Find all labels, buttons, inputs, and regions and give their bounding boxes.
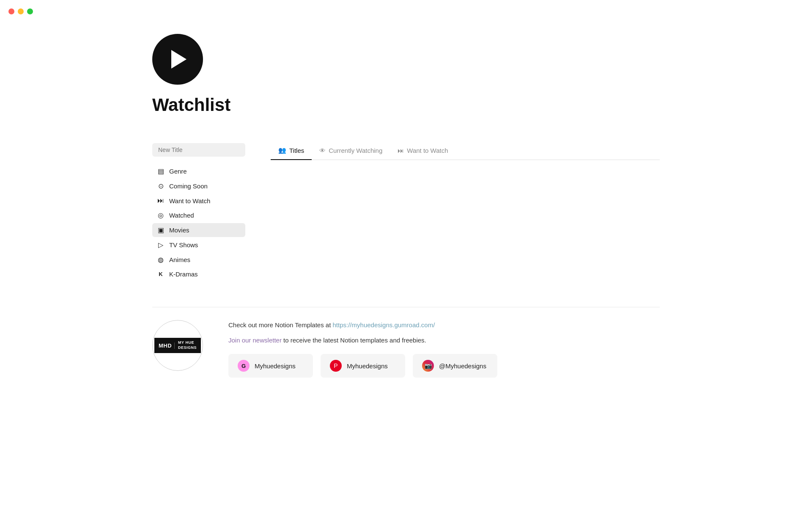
search-input[interactable]: [152, 143, 245, 157]
titles-tab-icon: 👥: [278, 146, 286, 154]
page-title: Watchlist: [152, 95, 660, 115]
sidebar-item-coming-soon-label: Coming Soon: [169, 182, 208, 190]
instagram-label: @Myhuedesigns: [439, 362, 486, 370]
newsletter-link[interactable]: Join our newsletter: [228, 337, 282, 344]
sidebar-item-tv-shows[interactable]: ▷ TV Shows: [152, 238, 245, 252]
footer-desc-prefix: Check out more Notion Templates at: [228, 321, 333, 329]
logo-inner: MHD MY HUEDESIGNS: [154, 338, 201, 353]
main-content: 👥 Titles 👁 Currently Watching ⏭ Want to …: [271, 143, 660, 257]
footer-social-row: G Myhuedesigns P Myhuedesigns 📷 @Myhuede…: [228, 354, 660, 378]
sidebar-item-coming-soon[interactable]: ⊙ Coming Soon: [152, 179, 245, 193]
footer-section: MHD MY HUEDESIGNS Check out more Notion …: [152, 307, 660, 378]
gumroad-link[interactable]: https://myhuedesigns.gumroad.com/: [333, 321, 435, 329]
sidebar-item-animes-label: Animes: [169, 256, 190, 263]
sidebar-item-genre-label: Genre: [169, 168, 187, 175]
footer-newsletter: Join our newsletter to receive the lates…: [228, 335, 660, 345]
currently-watching-tab-icon: 👁: [319, 147, 326, 154]
logo-mhd: MHD: [159, 342, 175, 349]
genre-icon: ▤: [156, 167, 165, 175]
app-container: Watchlist ▤ Genre ⊙ Coming Soon ⏭ Want t…: [110, 0, 702, 403]
want-to-watch-icon: ⏭: [156, 197, 165, 204]
play-icon: [171, 50, 187, 69]
sidebar-item-genre[interactable]: ▤ Genre: [152, 164, 245, 178]
tab-want-to-watch-label: Want to Watch: [407, 147, 448, 154]
watched-icon: ◎: [156, 211, 165, 219]
movies-icon: ▣: [156, 226, 165, 234]
pinterest-icon: P: [330, 360, 342, 372]
sidebar-item-movies-label: Movies: [169, 226, 189, 234]
tab-titles[interactable]: 👥 Titles: [271, 143, 312, 160]
body-layout: ▤ Genre ⊙ Coming Soon ⏭ Want to Watch ◎ …: [152, 143, 660, 282]
content-area: [271, 173, 660, 257]
tv-shows-icon: ▷: [156, 241, 165, 249]
sidebar-item-k-dramas-label: K-Dramas: [169, 271, 198, 278]
coming-soon-icon: ⊙: [156, 182, 165, 190]
animes-icon: ◍: [156, 256, 165, 264]
sidebar-item-want-to-watch[interactable]: ⏭ Want to Watch: [152, 194, 245, 207]
sidebar-item-k-dramas[interactable]: K K-Dramas: [152, 268, 245, 281]
sidebar-item-animes[interactable]: ◍ Animes: [152, 253, 245, 267]
gumroad-icon: G: [238, 360, 250, 372]
sidebar-item-want-to-watch-label: Want to Watch: [169, 197, 210, 204]
tab-currently-watching-label: Currently Watching: [329, 147, 382, 154]
close-button[interactable]: [8, 8, 14, 14]
footer-info: Check out more Notion Templates at https…: [228, 320, 660, 378]
footer-logo: MHD MY HUEDESIGNS: [152, 320, 203, 371]
instagram-icon: 📷: [422, 360, 434, 372]
maximize-button[interactable]: [27, 8, 33, 14]
minimize-button[interactable]: [18, 8, 24, 14]
traffic-lights: [8, 8, 33, 14]
footer-description: Check out more Notion Templates at https…: [228, 320, 660, 330]
pinterest-label: Myhuedesigns: [347, 362, 388, 370]
tab-want-to-watch[interactable]: ⏭ Want to Watch: [390, 143, 455, 160]
social-card-instagram[interactable]: 📷 @Myhuedesigns: [413, 354, 497, 378]
social-card-pinterest[interactable]: P Myhuedesigns: [321, 354, 405, 378]
want-to-watch-tab-icon: ⏭: [398, 147, 404, 154]
sidebar-item-movies[interactable]: ▣ Movies: [152, 223, 245, 237]
logo-brand: MY HUEDESIGNS: [178, 340, 197, 350]
k-dramas-icon: K: [156, 271, 165, 277]
sidebar-item-watched[interactable]: ◎ Watched: [152, 208, 245, 222]
gumroad-label: Myhuedesigns: [255, 362, 296, 370]
newsletter-suffix: to receive the latest Notion templates a…: [283, 337, 426, 344]
sidebar-item-watched-label: Watched: [169, 212, 194, 219]
tab-titles-label: Titles: [289, 147, 304, 154]
social-card-gumroad[interactable]: G Myhuedesigns: [228, 354, 313, 378]
sidebar: ▤ Genre ⊙ Coming Soon ⏭ Want to Watch ◎ …: [152, 143, 245, 282]
tabs-row: 👥 Titles 👁 Currently Watching ⏭ Want to …: [271, 143, 660, 160]
header-section: Watchlist: [152, 34, 660, 130]
tab-currently-watching[interactable]: 👁 Currently Watching: [312, 143, 390, 160]
app-logo: [152, 34, 203, 85]
sidebar-item-tv-shows-label: TV Shows: [169, 241, 198, 248]
